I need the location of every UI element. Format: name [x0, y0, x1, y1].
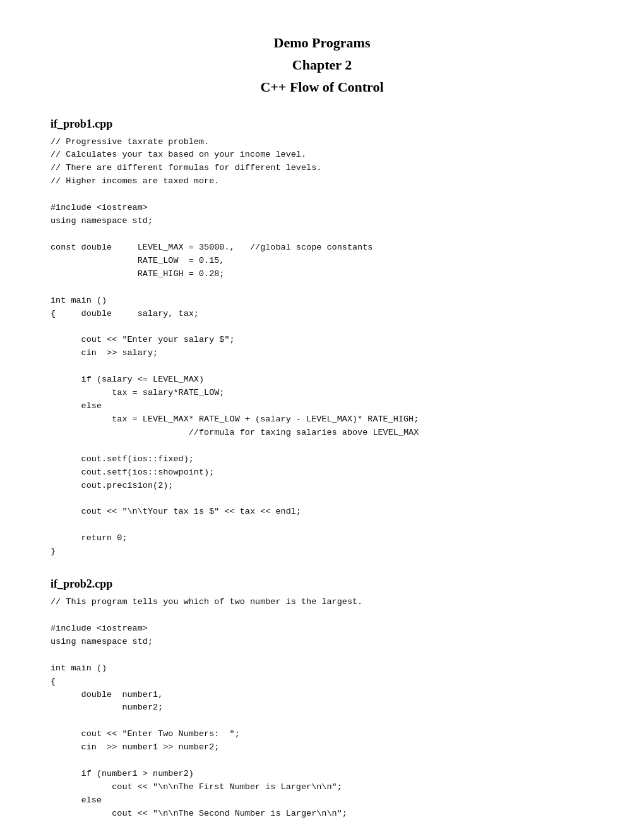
page-title: Demo Programs Chapter 2 C++ Flow of Cont… [51, 32, 593, 99]
page-container: Demo Programs Chapter 2 C++ Flow of Cont… [51, 32, 593, 834]
section-if-prob2: if_prob2.cpp // This program tells you w… [51, 577, 593, 834]
title-line1: Demo Programs [274, 35, 371, 51]
section-title-if-prob1: if_prob1.cpp [51, 118, 593, 131]
section-if-prob1: if_prob1.cpp // Progressive taxrate prob… [51, 118, 593, 559]
code-block-if-prob2: // This program tells you which of two n… [51, 596, 593, 834]
code-block-if-prob1: // Progressive taxrate problem. // Calcu… [51, 136, 593, 559]
section-title-if-prob2: if_prob2.cpp [51, 577, 593, 591]
title-line2: Chapter 2 [292, 57, 352, 73]
title-line3: C++ Flow of Control [260, 79, 383, 95]
